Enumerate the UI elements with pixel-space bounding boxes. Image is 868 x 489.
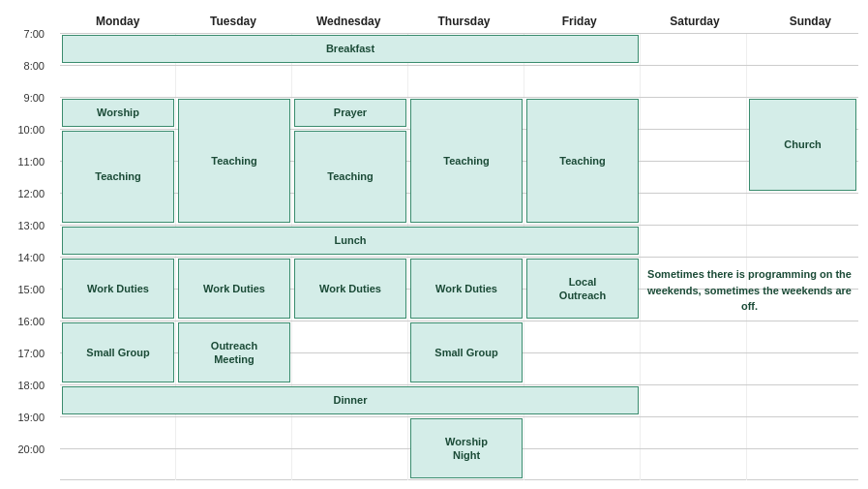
time-label-700: 7:00 [0, 17, 52, 49]
grid-cell [641, 385, 747, 416]
grid-cell [747, 162, 858, 193]
grid-cell [641, 66, 747, 97]
day-header-wednesday: Wednesday [291, 10, 406, 33]
grid-cell [292, 321, 408, 352]
grid-cell [641, 130, 747, 161]
grid-cell [524, 321, 641, 352]
grid-cell [747, 34, 858, 65]
grid-cell [60, 353, 176, 384]
grid-cell [60, 226, 176, 257]
grid-cell [747, 321, 858, 352]
grid-cell [524, 162, 641, 193]
grid-cell [292, 98, 408, 129]
grid-cell [176, 194, 292, 225]
grid-cell [408, 258, 524, 289]
grid-cell [641, 353, 747, 384]
grid-row [60, 97, 858, 129]
grid-cell [408, 162, 524, 193]
grid-cell [408, 449, 524, 480]
grid-cell [292, 66, 408, 97]
grid-cell [747, 98, 858, 129]
grid-cell [747, 226, 858, 257]
grid-cell [292, 226, 408, 257]
grid-cell [641, 226, 747, 257]
grid-cell [747, 130, 858, 161]
grid-cell [747, 385, 858, 416]
grid-cell [641, 321, 747, 352]
grid-cell [747, 194, 858, 225]
time-label-1300: 13:00 [0, 209, 52, 241]
grid-cell [292, 417, 408, 448]
grid-cell [641, 194, 747, 225]
grid-cell [60, 194, 176, 225]
grid-row [60, 352, 858, 384]
grid-cell [176, 34, 292, 65]
day-header-tuesday: Tuesday [175, 10, 290, 33]
grid-cell [524, 417, 641, 448]
grid-cell [60, 449, 176, 480]
grid-cell [641, 258, 747, 289]
grid-cell [292, 385, 408, 416]
grid-cell [747, 417, 858, 448]
grid-body: BreakfastWorshipTeachingTeachingPrayerTe… [60, 33, 858, 480]
grid-row [60, 161, 858, 193]
grid-cell [524, 258, 641, 289]
grid-cell [641, 449, 747, 480]
grid-cell [408, 66, 524, 97]
grid-cell [176, 98, 292, 129]
grid-row [60, 448, 858, 480]
grid-cell [176, 449, 292, 480]
grid-cell [60, 66, 176, 97]
grid-row [60, 416, 858, 448]
grid-cell [176, 417, 292, 448]
time-label-1000: 10:00 [0, 113, 52, 145]
grid-cell [176, 321, 292, 352]
grid-cell [641, 34, 747, 65]
grid-cell [408, 226, 524, 257]
main-area: MondayTuesdayWednesdayThursdayFridaySatu… [60, 10, 868, 489]
time-label-1500: 15:00 [0, 273, 52, 305]
grid-cell [60, 98, 176, 129]
time-column: 7:008:009:0010:0011:0012:0013:0014:0015:… [0, 10, 60, 489]
grid-cell [408, 385, 524, 416]
grid-cell [176, 385, 292, 416]
grid-cell [408, 321, 524, 352]
grid-cell [176, 162, 292, 193]
grid-cell [408, 417, 524, 448]
time-label-1100: 11:00 [0, 145, 52, 177]
time-label-1200: 12:00 [0, 177, 52, 209]
grid-cell [747, 353, 858, 384]
time-label-1600: 16:00 [0, 305, 52, 337]
grid-cell [641, 98, 747, 129]
grid-cell [60, 34, 176, 65]
grid-cell [176, 130, 292, 161]
time-label-1400: 14:00 [0, 241, 52, 273]
grid-cell [524, 194, 641, 225]
grid-cell [60, 258, 176, 289]
grid-cell [747, 449, 858, 480]
grid-cell [176, 258, 292, 289]
grid-cell [524, 34, 641, 65]
grid-wrapper: 7:008:009:0010:0011:0012:0013:0014:0015:… [0, 10, 868, 489]
grid-cell [641, 290, 747, 321]
grid-cell [292, 34, 408, 65]
grid-cell [641, 417, 747, 448]
grid-cell [292, 290, 408, 321]
day-header-thursday: Thursday [406, 10, 522, 33]
grid-row [60, 65, 858, 97]
grid-row [60, 129, 858, 161]
grid-cell [524, 226, 641, 257]
grid-cell [641, 162, 747, 193]
grid-cell [60, 417, 176, 448]
grid-cell [524, 98, 641, 129]
grid-cell [292, 194, 408, 225]
grid-row [60, 225, 858, 257]
time-label-1900: 19:00 [0, 401, 52, 433]
grid-cell [292, 258, 408, 289]
time-label-2000: 20:00 [0, 433, 52, 465]
grid-cell [60, 162, 176, 193]
day-header-friday: Friday [522, 10, 637, 33]
grid-cell [747, 258, 858, 289]
grid-row [60, 257, 858, 289]
day-headers: MondayTuesdayWednesdayThursdayFridaySatu… [60, 10, 868, 33]
